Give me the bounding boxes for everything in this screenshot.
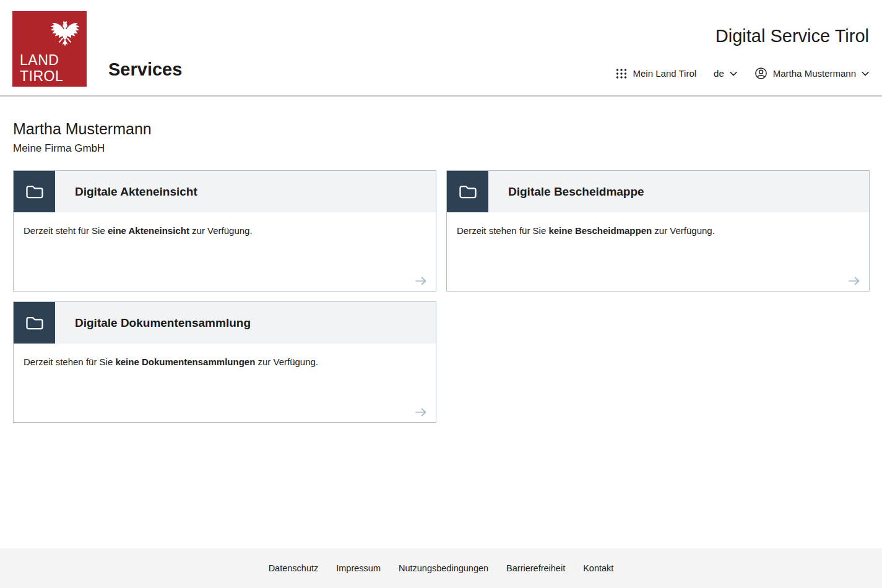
card-title: Digitale Akteneinsicht <box>75 185 197 199</box>
language-selector[interactable]: de <box>714 68 737 79</box>
description-suffix: zur Verfügung. <box>652 225 715 236</box>
grid-dots-icon <box>615 67 628 80</box>
card-description: Derzeit stehen für Sie keine Dokumentens… <box>14 344 436 380</box>
brand-title: Digital Service Tirol <box>716 26 869 46</box>
logo-wordmark: LAND TIROL <box>20 52 63 84</box>
arrow-right-icon[interactable] <box>848 276 860 286</box>
description-highlight: eine Akteneinsicht <box>108 225 189 236</box>
card-title: Digitale Bescheidmappe <box>508 185 644 199</box>
tyrolean-eagle-icon <box>48 16 82 54</box>
company-name: Meine Firma GmbH <box>13 142 870 155</box>
user-menu-label: Martha Mustermann <box>773 68 856 79</box>
footer-link-barrierefreiheit[interactable]: Barrierefreiheit <box>506 563 565 573</box>
card-description: Derzeit steht für Sie eine Akteneinsicht… <box>14 212 436 249</box>
apps-menu-button[interactable]: Mein Land Tirol <box>615 67 697 80</box>
land-tirol-logo[interactable]: LAND TIROL <box>12 11 87 87</box>
footer-link-datenschutz[interactable]: Datenschutz <box>269 563 319 573</box>
description-prefix: Derzeit stehen für Sie <box>457 225 548 236</box>
service-card-bescheidmappe[interactable]: Digitale Bescheidmappe Derzeit stehen fü… <box>446 170 870 292</box>
description-highlight: keine Bescheidmappen <box>548 225 652 236</box>
arrow-right-icon[interactable] <box>415 276 427 286</box>
card-title: Digitale Dokumentensammlung <box>75 316 251 330</box>
folder-icon <box>14 302 55 344</box>
main-content: Martha Mustermann Meine Firma GmbH Digit… <box>0 97 882 423</box>
folder-icon <box>447 171 488 212</box>
card-header: Digitale Akteneinsicht <box>14 171 436 212</box>
apps-menu-label: Mein Land Tirol <box>633 68 697 79</box>
arrow-right-icon[interactable] <box>415 407 427 417</box>
service-card-akteneinsicht[interactable]: Digitale Akteneinsicht Derzeit steht für… <box>13 170 436 292</box>
logo-line1: LAND <box>20 52 59 68</box>
description-prefix: Derzeit stehen für Sie <box>24 357 115 367</box>
footer-link-impressum[interactable]: Impressum <box>336 563 381 573</box>
chevron-down-icon <box>862 71 869 76</box>
service-card-dokumentensammlung[interactable]: Digitale Dokumentensammlung Derzeit steh… <box>13 301 436 423</box>
page-footer: Datenschutz Impressum Nutzungsbedingunge… <box>0 548 882 588</box>
language-label: de <box>714 68 724 79</box>
description-suffix: zur Verfügung. <box>189 225 253 236</box>
card-header: Digitale Bescheidmappe <box>447 171 869 212</box>
description-suffix: zur Verfügung. <box>255 357 318 367</box>
app-header: LAND TIROL Services Digital Service Tiro… <box>0 0 882 97</box>
footer-link-kontakt[interactable]: Kontakt <box>583 563 613 573</box>
person-circle-icon <box>754 67 767 80</box>
user-name-heading: Martha Mustermann <box>13 120 870 138</box>
user-menu-button[interactable]: Martha Mustermann <box>754 67 869 80</box>
chevron-down-icon <box>730 71 737 76</box>
logo-line2: TIROL <box>20 68 63 84</box>
header-nav: Mein Land Tirol de Martha Mustermann <box>615 67 869 80</box>
description-highlight: keine Dokumentensammlungen <box>115 357 255 367</box>
footer-link-nutzungsbedingungen[interactable]: Nutzungsbedingungen <box>399 563 488 573</box>
folder-icon <box>14 171 55 212</box>
app-title: Services <box>108 59 182 80</box>
description-prefix: Derzeit steht für Sie <box>24 225 108 236</box>
service-cards: Digitale Akteneinsicht Derzeit steht für… <box>13 170 870 423</box>
card-description: Derzeit stehen für Sie keine Bescheidmap… <box>447 212 869 249</box>
card-header: Digitale Dokumentensammlung <box>14 302 436 344</box>
